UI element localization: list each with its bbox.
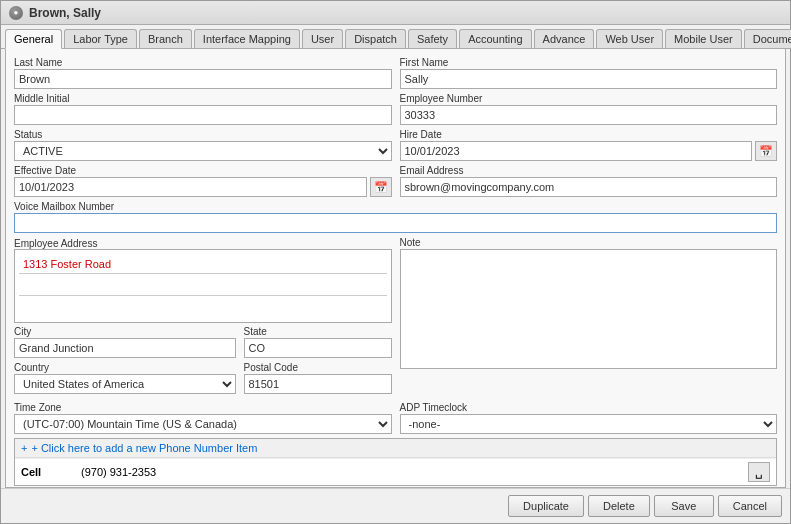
tab-interface-mapping[interactable]: Interface Mapping: [194, 29, 300, 48]
last-name-group: Last Name: [14, 57, 392, 89]
plus-icon: +: [21, 442, 27, 454]
title-bar: ● Brown, Sally: [1, 1, 790, 25]
first-name-group: First Name: [400, 57, 778, 89]
bottom-bar: Duplicate Delete Save Cancel: [1, 488, 790, 523]
tab-bar: General Labor Type Branch Interface Mapp…: [1, 25, 790, 49]
phone-row: Cell (970) 931-2353 ␣: [15, 458, 776, 485]
tab-safety[interactable]: Safety: [408, 29, 457, 48]
note-textarea[interactable]: [400, 249, 778, 369]
hire-date-calendar-button[interactable]: 📅: [755, 141, 777, 161]
email-label: Email Address: [400, 165, 778, 176]
phone-dialpad-button[interactable]: ␣: [748, 462, 770, 482]
middle-initial-group: Middle Initial: [14, 93, 392, 125]
country-group: Country United States of America: [14, 362, 236, 394]
timezone-group: Time Zone (UTC-07:00) Mountain Time (US …: [14, 402, 392, 434]
note-col: Note: [400, 237, 778, 398]
cancel-button[interactable]: Cancel: [718, 495, 782, 517]
phone-type-label: Cell: [21, 466, 81, 478]
timezone-adp-row: Time Zone (UTC-07:00) Mountain Time (US …: [14, 402, 777, 434]
tab-web-user[interactable]: Web User: [596, 29, 663, 48]
last-name-field[interactable]: [14, 69, 392, 89]
tab-advance[interactable]: Advance: [534, 29, 595, 48]
note-label: Note: [400, 237, 778, 248]
phone-number-value: (970) 931-2353: [81, 466, 748, 478]
first-name-field[interactable]: [400, 69, 778, 89]
adp-timeclock-select[interactable]: -none-: [400, 414, 778, 434]
tab-accounting[interactable]: Accounting: [459, 29, 531, 48]
last-name-label: Last Name: [14, 57, 392, 68]
effective-date-label: Effective Date: [14, 165, 392, 176]
middle-initial-field[interactable]: [14, 105, 392, 125]
status-select[interactable]: ACTIVE: [14, 141, 392, 161]
email-group: Email Address: [400, 165, 778, 197]
timezone-select[interactable]: (UTC-07:00) Mountain Time (US & Canada): [14, 414, 392, 434]
tab-branch[interactable]: Branch: [139, 29, 192, 48]
country-select[interactable]: United States of America: [14, 374, 236, 394]
effective-date-group: Effective Date 📅: [14, 165, 392, 197]
postal-label: Postal Code: [244, 362, 392, 373]
tab-dispatch[interactable]: Dispatch: [345, 29, 406, 48]
first-name-label: First Name: [400, 57, 778, 68]
postal-field[interactable]: [244, 374, 392, 394]
country-label: Country: [14, 362, 236, 373]
employee-number-group: Employee Number: [400, 93, 778, 125]
employee-number-label: Employee Number: [400, 93, 778, 104]
email-field[interactable]: [400, 177, 778, 197]
hire-date-group: Hire Date 📅: [400, 129, 778, 161]
name-row: Last Name First Name: [14, 57, 777, 89]
status-hire-row: Status ACTIVE Hire Date 📅: [14, 129, 777, 161]
voicemail-field[interactable]: [14, 213, 777, 233]
adp-timeclock-group: ADP Timeclock -none-: [400, 402, 778, 434]
state-field[interactable]: [244, 338, 392, 358]
tab-user[interactable]: User: [302, 29, 343, 48]
tab-mobile-user[interactable]: Mobile User: [665, 29, 742, 48]
effective-date-input[interactable]: [14, 177, 367, 197]
tab-labor-type[interactable]: Labor Type: [64, 29, 137, 48]
state-label: State: [244, 326, 392, 337]
effective-email-row: Effective Date 📅 Email Address: [14, 165, 777, 197]
hire-date-field-row: 📅: [400, 141, 778, 161]
middle-emp-row: Middle Initial Employee Number: [14, 93, 777, 125]
hire-date-input[interactable]: [400, 141, 753, 161]
add-phone-button[interactable]: + + Click here to add a new Phone Number…: [15, 439, 776, 458]
voicemail-group: Voice Mailbox Number: [14, 201, 777, 233]
tab-content: Last Name First Name Middle Initial Empl…: [5, 49, 786, 488]
address-line2-field[interactable]: [19, 276, 387, 296]
address-note-section: Employee Address City State: [14, 237, 777, 398]
address-box: [14, 249, 392, 323]
voicemail-label: Voice Mailbox Number: [14, 201, 777, 212]
country-postal-row: Country United States of America Postal …: [14, 362, 392, 394]
tab-general[interactable]: General: [5, 29, 62, 49]
city-group: City: [14, 326, 236, 358]
address-line3-field[interactable]: [19, 298, 387, 318]
adp-timeclock-label: ADP Timeclock: [400, 402, 778, 413]
hire-date-label: Hire Date: [400, 129, 778, 140]
postal-group: Postal Code: [244, 362, 392, 394]
delete-button[interactable]: Delete: [588, 495, 650, 517]
main-window: ● Brown, Sally General Labor Type Branch…: [0, 0, 791, 524]
add-phone-label: + Click here to add a new Phone Number I…: [31, 442, 257, 454]
status-label: Status: [14, 129, 392, 140]
address-line1-field[interactable]: [19, 254, 387, 274]
middle-initial-label: Middle Initial: [14, 93, 392, 104]
save-button[interactable]: Save: [654, 495, 714, 517]
timezone-label: Time Zone: [14, 402, 392, 413]
state-group: State: [244, 326, 392, 358]
employee-number-field[interactable]: [400, 105, 778, 125]
duplicate-button[interactable]: Duplicate: [508, 495, 584, 517]
phone-section: + + Click here to add a new Phone Number…: [14, 438, 777, 486]
window-title: Brown, Sally: [29, 6, 101, 20]
employee-address-label: Employee Address: [14, 238, 97, 249]
tab-documents[interactable]: Documents: [744, 29, 791, 48]
voicemail-row: Voice Mailbox Number: [14, 201, 777, 233]
city-state-row: City State: [14, 326, 392, 358]
city-label: City: [14, 326, 236, 337]
effective-date-calendar-button[interactable]: 📅: [370, 177, 392, 197]
effective-date-field-row: 📅: [14, 177, 392, 197]
city-field[interactable]: [14, 338, 236, 358]
status-group: Status ACTIVE: [14, 129, 392, 161]
window-icon: ●: [9, 6, 23, 20]
address-col: Employee Address City State: [14, 237, 392, 398]
